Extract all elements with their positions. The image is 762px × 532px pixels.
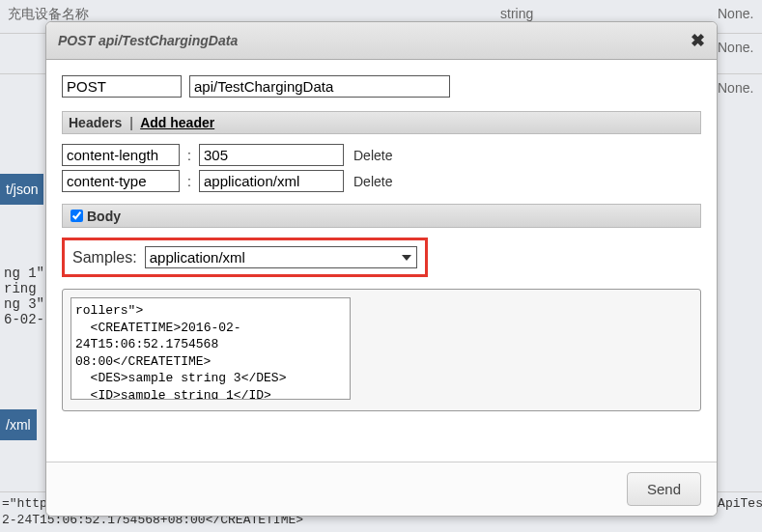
send-button[interactable]: Send xyxy=(627,472,701,506)
samples-label: Samples: xyxy=(72,249,137,266)
add-header-link[interactable]: Add header xyxy=(140,115,214,130)
tab-xml[interactable]: /xml xyxy=(0,409,37,440)
header-value-input[interactable] xyxy=(199,170,344,192)
header-row: : Delete xyxy=(62,144,701,166)
header-row: : Delete xyxy=(62,170,701,192)
dialog-footer: Send xyxy=(46,462,717,516)
uri-input[interactable] xyxy=(189,75,450,98)
close-icon[interactable]: ✖ xyxy=(691,30,705,51)
request-line xyxy=(62,75,701,98)
header-key-input[interactable] xyxy=(62,170,180,192)
body-checkbox[interactable] xyxy=(71,210,83,222)
bg-field-none: None. xyxy=(718,6,754,23)
headers-label: Headers xyxy=(69,115,122,130)
test-client-dialog: POST api/TestChargingData ✖ Headers | Ad… xyxy=(45,21,718,517)
header-value-input[interactable] xyxy=(199,144,344,166)
header-delete-button[interactable]: Delete xyxy=(353,174,392,189)
samples-select[interactable]: application/xml xyxy=(145,246,417,268)
samples-row: Samples: application/xml xyxy=(62,238,428,277)
header-key-input[interactable] xyxy=(62,144,180,166)
tab-json[interactable]: t/json xyxy=(0,174,43,205)
headers-section-bar: Headers | Add header xyxy=(62,111,701,134)
body-textarea[interactable] xyxy=(71,297,351,400)
body-label: Body xyxy=(87,209,121,224)
dialog-title: POST api/TestChargingData xyxy=(58,33,238,48)
dialog-titlebar: POST api/TestChargingData ✖ xyxy=(46,22,717,60)
http-method-input[interactable] xyxy=(62,75,182,98)
body-panel xyxy=(62,289,701,411)
bg-field-none: None. xyxy=(718,40,754,55)
header-delete-button[interactable]: Delete xyxy=(353,148,392,163)
body-section-bar: Body xyxy=(62,204,701,228)
bg-field-none: None. xyxy=(718,80,754,96)
